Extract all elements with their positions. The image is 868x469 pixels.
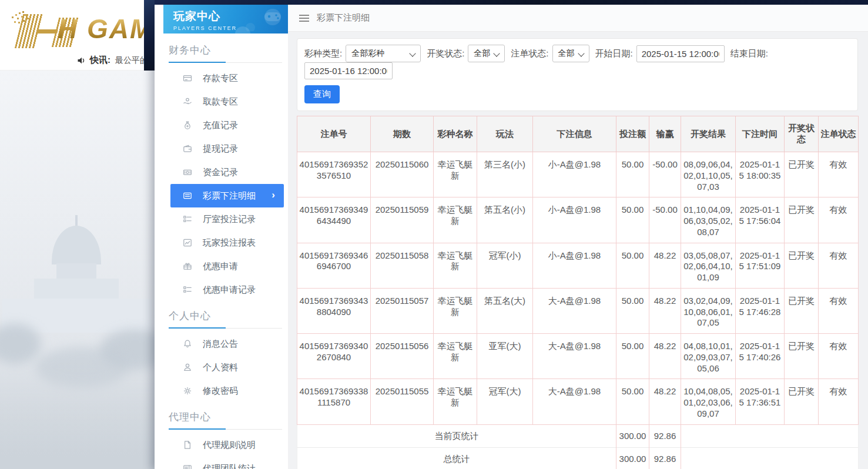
summary-label: 总统计	[297, 448, 616, 469]
table-cell: 有效	[819, 197, 859, 243]
recharge-bag-icon	[183, 120, 192, 130]
top-navy-band	[144, 0, 868, 5]
table-row: 40156917369349643449020250115059幸运飞艇新第五名…	[297, 197, 859, 243]
brand-logo[interactable]: H GAME	[4, 5, 144, 51]
end-date-label: 结束日期:	[730, 48, 768, 59]
sidebar-item-report-chart[interactable]: 玩家投注报表	[170, 231, 284, 254]
sidebar-header: 玩家中心 PLAYERS CENTER	[163, 5, 288, 34]
doc-icon	[183, 440, 192, 450]
bets-table: 注单号期数彩种名称玩法下注信息投注额输赢开奖结果下注时间开奖状态注单状态4015…	[297, 116, 859, 469]
column-header: 投注额	[616, 116, 649, 152]
order-status-value: 全部	[558, 48, 575, 59]
table-cell: 20250115057	[371, 288, 434, 333]
sidebar-item-gear[interactable]: 修改密码	[170, 379, 284, 403]
sidebar-nav: 财务中心存款专区取款专区充值记录提现记录资金记录彩票下注明细›厅室投注记录玩家投…	[155, 34, 288, 469]
lottery-type-label: 彩种类型:	[304, 48, 342, 59]
table-row: 40156917369343880409020250115057幸运飞艇新第五名…	[297, 288, 859, 333]
table-cell: 幸运飞艇新	[434, 152, 477, 197]
sidebar-item-label: 存款专区	[203, 73, 238, 84]
table-cell: 08,09,06,04,02,01,10,05,07,03	[681, 152, 736, 197]
sidebar-item-label: 彩票下注明细	[203, 190, 256, 202]
draw-status-select[interactable]: 全部	[468, 45, 505, 62]
table-cell: 2025-01-15 17:51:09	[736, 243, 785, 288]
sidebar-item-news[interactable]: 代理团队统计	[170, 457, 284, 469]
table-cell: 冠军(小)	[477, 243, 533, 288]
table-cell: 03,05,08,07,02,06,04,10,01,09	[681, 243, 736, 288]
end-date-input[interactable]	[304, 62, 393, 79]
sidebar-item-label: 资金记录	[203, 167, 238, 178]
sidebar-item-deposit-card[interactable]: 存款专区	[170, 66, 284, 90]
sidebar-item-withdraw-hand[interactable]: 取款专区	[170, 90, 284, 113]
sidebar-item-label: 代理规则说明	[203, 440, 256, 451]
lottery-type-select[interactable]: 全部彩种	[346, 45, 421, 62]
menu-toggle-icon[interactable]	[299, 15, 309, 22]
news-ticker: 快讯: 最公平的博	[0, 51, 155, 71]
table-cell: 20250115055	[371, 379, 434, 424]
sidebar-item-promo-gift[interactable]: 优惠申请	[170, 254, 284, 278]
table-cell: 已开奖	[785, 152, 819, 197]
draw-status-value: 全部	[474, 48, 490, 59]
column-header: 注单状态	[819, 116, 859, 152]
table-cell: 401569173693466946700	[297, 243, 371, 288]
table-header-row: 注单号期数彩种名称玩法下注信息投注额输赢开奖结果下注时间开奖状态注单状态	[297, 116, 859, 152]
search-button[interactable]: 查询	[304, 85, 340, 103]
sidebar-item-bell[interactable]: 消息公告	[170, 332, 284, 356]
sidebar-section-header: 财务中心	[155, 36, 288, 63]
table-row: 40156917369340267084020250115056幸运飞艇新亚军(…	[297, 334, 859, 379]
sidebar-item-recharge-bag[interactable]: 充值记录	[170, 113, 284, 137]
summary-empty-cell	[681, 424, 859, 448]
withdraw-wallet-icon	[183, 144, 192, 153]
lottery-type-value: 全部彩种	[351, 48, 384, 59]
table-cell: 小-A盘@1.98	[533, 197, 616, 243]
table-cell: 01,10,04,09,06,03,05,02,08,07	[681, 197, 736, 243]
table-cell: 20250115060	[371, 152, 434, 197]
summary-empty-cell	[681, 448, 859, 469]
logo-text: H GAME	[58, 13, 144, 45]
column-header: 开奖状态	[785, 116, 819, 152]
table-cell: 401569173693381115870	[297, 379, 371, 424]
table-cell: 50.00	[616, 288, 649, 333]
order-status-select[interactable]: 全部	[552, 45, 589, 62]
table-cell: 有效	[819, 152, 859, 197]
table-cell: 50.00	[616, 152, 649, 197]
player-center-sidebar: 玩家中心 PLAYERS CENTER 财务中心存款专区取款专区充值记录提现记录…	[155, 5, 288, 469]
table-cell: 冠军(大)	[477, 379, 533, 424]
table-cell: 大-A盘@1.98	[533, 288, 616, 333]
table-cell: 2025-01-15 17:56:04	[736, 197, 785, 243]
speaker-icon	[77, 56, 86, 65]
bell-icon	[183, 339, 192, 349]
summary-row: 总统计300.0092.86	[297, 448, 859, 469]
sidebar-item-promo-list[interactable]: 优惠申请记录	[170, 278, 284, 302]
sidebar-item-withdraw-wallet[interactable]: 提现记录	[170, 137, 284, 160]
sidebar-item-bet-detail[interactable]: 彩票下注明细›	[170, 184, 284, 207]
sidebar-item-label: 修改密码	[203, 386, 238, 397]
sidebar-item-doc[interactable]: 代理规则说明	[170, 433, 284, 457]
news-icon	[183, 464, 192, 469]
column-header: 输赢	[649, 116, 681, 152]
filter-panel: 彩种类型: 全部彩种 开奖状态: 全部 注单状态: 全部 开始日期: 结束日期:…	[297, 38, 858, 111]
table-cell: 50.00	[616, 243, 649, 288]
column-header: 玩法	[477, 116, 533, 152]
section-divider	[169, 328, 282, 329]
sidebar-item-label: 玩家投注报表	[203, 237, 256, 249]
table-cell: 幸运飞艇新	[434, 288, 477, 333]
sidebar-section-title: 个人中心	[169, 309, 282, 328]
table-row: 40156917369346694670020250115058幸运飞艇新冠军(…	[297, 243, 859, 288]
gear-icon	[183, 386, 192, 396]
sidebar-item-label: 个人资料	[203, 362, 238, 373]
sidebar-item-user[interactable]: 个人资料	[170, 356, 284, 379]
table-cell: 已开奖	[785, 379, 819, 424]
column-header: 开奖结果	[681, 116, 736, 152]
sidebar-item-hall-list[interactable]: 厅室投注记录	[170, 207, 284, 231]
logo-dots-decoration	[12, 16, 14, 18]
sidebar-item-funds-note[interactable]: 资金记录	[170, 160, 284, 184]
sidebar-section-title: 财务中心	[169, 43, 282, 62]
table-cell: 20250115056	[371, 334, 434, 379]
table-cell: 2025-01-15 18:00:35	[736, 152, 785, 197]
table-cell: 2025-01-15 17:36:51	[736, 379, 785, 424]
table-cell: 已开奖	[785, 197, 819, 243]
table-cell: 亚军(大)	[477, 334, 533, 379]
table-cell: 48.22	[649, 288, 681, 333]
funds-note-icon	[183, 168, 192, 177]
start-date-input[interactable]	[636, 45, 725, 62]
